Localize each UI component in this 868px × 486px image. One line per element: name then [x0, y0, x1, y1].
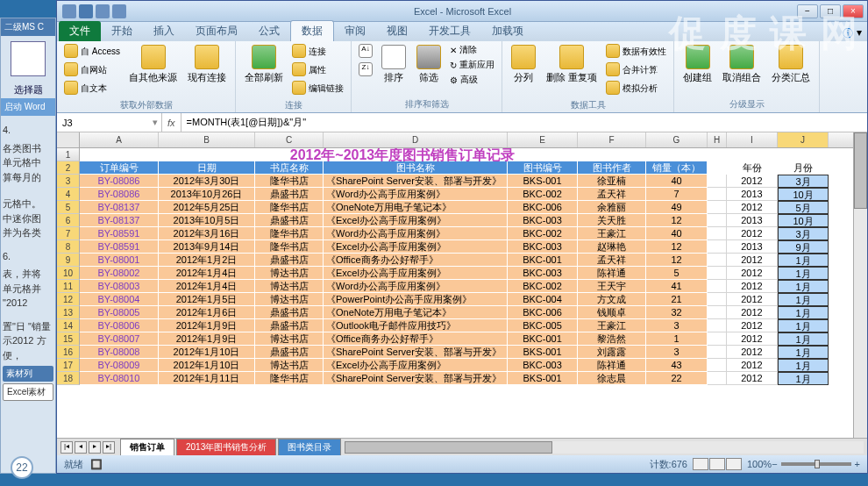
cell-id[interactable]: BY-08009	[80, 359, 159, 372]
cell-month[interactable]: 1月	[778, 359, 829, 372]
cell[interactable]	[708, 372, 727, 385]
sort-asc-button[interactable]: A↓	[357, 43, 374, 61]
cell-date[interactable]: 2013年10月26日	[159, 188, 255, 201]
tab-data[interactable]: 数据	[290, 20, 334, 41]
material-btn[interactable]: 素材列	[3, 366, 53, 382]
cell[interactable]	[708, 280, 727, 293]
cell-id[interactable]: BY-08003	[80, 280, 159, 293]
row-header[interactable]: 17	[57, 359, 80, 372]
ext-header-year[interactable]: 年份	[727, 161, 778, 175]
cell-author[interactable]: 余雅丽	[578, 201, 646, 214]
select-all-corner[interactable]	[57, 132, 80, 148]
cell-date[interactable]: 2013年9月14日	[159, 240, 255, 254]
subtotal-button[interactable]: 分类汇总	[768, 43, 814, 86]
cell[interactable]	[646, 148, 708, 161]
cell-qty[interactable]: 3	[646, 319, 708, 332]
row-header[interactable]: 2	[57, 161, 80, 175]
cell[interactable]	[708, 267, 727, 280]
cell-year[interactable]: 2012	[727, 332, 778, 346]
cell-year[interactable]: 2012	[727, 372, 778, 385]
connections-button[interactable]: 连接	[290, 43, 345, 61]
cell-date[interactable]: 2012年1月4日	[159, 280, 255, 293]
cell-author[interactable]: 徐亚楠	[578, 175, 646, 188]
cell-year[interactable]: 2012	[727, 280, 778, 293]
maximize-button[interactable]: □	[820, 4, 841, 18]
cell-id[interactable]: BY-08591	[80, 240, 159, 254]
cell-date[interactable]: 2012年1月5日	[159, 293, 255, 306]
cell-year[interactable]: 2013	[727, 240, 778, 254]
excel-material-btn[interactable]: Excel素材	[3, 383, 53, 401]
cell-store[interactable]: 鼎盛书店	[255, 306, 324, 319]
tab-insert[interactable]: 插入	[143, 21, 185, 41]
col-header-F[interactable]: F	[578, 132, 646, 147]
zoom-thumb[interactable]	[815, 460, 820, 468]
col-header-J[interactable]: J	[778, 132, 829, 147]
cell[interactable]	[727, 148, 778, 161]
cell-code[interactable]: BKC-001	[508, 254, 578, 267]
tab-file[interactable]: 文件	[59, 21, 101, 41]
col-header-E[interactable]: E	[508, 132, 578, 147]
cell-author[interactable]: 刘露露	[578, 346, 646, 359]
cell-id[interactable]: BY-08008	[80, 346, 159, 359]
cell-id[interactable]: BY-08005	[80, 306, 159, 319]
cell-code[interactable]: BKC-006	[508, 201, 578, 214]
data-validation-button[interactable]: 数据有效性	[604, 43, 668, 61]
cell-qty[interactable]: 41	[646, 280, 708, 293]
cell-author[interactable]: 赵琳艳	[578, 240, 646, 254]
cell-qty[interactable]: 40	[646, 175, 708, 188]
sheet-nav-first[interactable]: |◂	[60, 441, 73, 454]
cell-author[interactable]: 方文成	[578, 293, 646, 306]
cell-store[interactable]: 博达书店	[255, 267, 324, 280]
cell[interactable]	[708, 227, 727, 240]
cell-qty[interactable]: 12	[646, 254, 708, 267]
cell-date[interactable]: 2012年1月4日	[159, 267, 255, 280]
table-header[interactable]: 图书作者	[578, 161, 646, 175]
word-tab[interactable]: 启动 Word	[1, 98, 55, 116]
cell-book[interactable]: 《Word办公高手应用案例》	[324, 227, 508, 240]
remove-duplicates-button[interactable]: 删除 重复项	[543, 43, 601, 86]
cell-month[interactable]: 3月	[778, 175, 829, 188]
cell-book[interactable]: 《Outlook电子邮件应用技巧》	[324, 319, 508, 332]
cell-date[interactable]: 2012年3月30日	[159, 175, 255, 188]
cell-date[interactable]: 2012年1月9日	[159, 332, 255, 346]
tab-home[interactable]: 开始	[101, 21, 143, 41]
cell-store[interactable]: 鼎盛书店	[255, 254, 324, 267]
tab-dev[interactable]: 开发工具	[418, 21, 481, 41]
cell-author[interactable]: 王豪江	[578, 227, 646, 240]
sheet-tab-2[interactable]: 2013年图书销售分析	[176, 439, 276, 455]
fx-button[interactable]: fx	[162, 113, 181, 132]
cell-date[interactable]: 2012年1月11日	[159, 372, 255, 385]
cell-month[interactable]: 1月	[778, 332, 829, 346]
properties-button[interactable]: 属性	[290, 61, 345, 79]
cell[interactable]	[708, 214, 727, 227]
cell-qty[interactable]: 49	[646, 201, 708, 214]
row-header[interactable]: 8	[57, 240, 80, 254]
cell-id[interactable]: BY-08137	[80, 201, 159, 214]
row-header[interactable]: 13	[57, 306, 80, 319]
sheet-tab-1[interactable]: 销售订单	[120, 439, 174, 455]
cell-store[interactable]: 鼎盛书店	[255, 214, 324, 227]
page-layout-view-button[interactable]	[709, 458, 725, 470]
cell-year[interactable]: 2012	[727, 254, 778, 267]
cell[interactable]	[708, 148, 727, 161]
cell-month[interactable]: 1月	[778, 346, 829, 359]
cell-month[interactable]: 10月	[778, 214, 829, 227]
advanced-filter-button[interactable]: ⚙高级	[448, 73, 496, 87]
cell-book[interactable]: 《SharePoint Server安装、部署与开发》	[324, 372, 508, 385]
cell-code[interactable]: BKC-004	[508, 293, 578, 306]
cell-qty[interactable]: 40	[646, 227, 708, 240]
table-header[interactable]: 书店名称	[255, 161, 324, 175]
cell-date[interactable]: 2012年3月16日	[159, 227, 255, 240]
close-button[interactable]: ×	[843, 4, 864, 18]
cell-code[interactable]: BKC-002	[508, 188, 578, 201]
table-title[interactable]: 2012年~2013年度图书销售订单记录	[159, 148, 646, 161]
cell[interactable]	[708, 254, 727, 267]
cell-code[interactable]: BKC-005	[508, 319, 578, 332]
normal-view-button[interactable]	[693, 458, 708, 470]
row-header[interactable]: 15	[57, 332, 80, 346]
tab-review[interactable]: 审阅	[334, 21, 376, 41]
horizontal-scrollbar[interactable]	[345, 441, 864, 454]
zoom-out-button[interactable]: −	[772, 459, 777, 469]
cell-author[interactable]: 钱顺卓	[578, 306, 646, 319]
existing-conn-button[interactable]: 现有连接	[184, 43, 230, 86]
